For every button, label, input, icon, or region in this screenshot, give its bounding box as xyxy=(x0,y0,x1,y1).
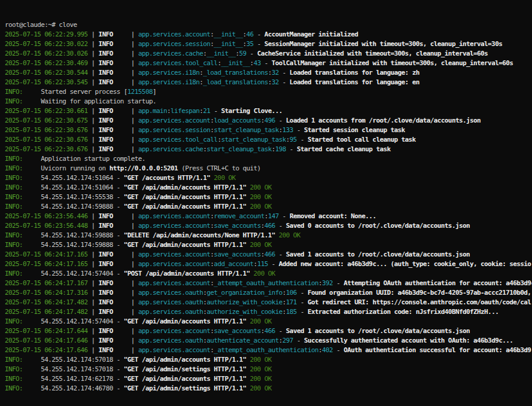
log-segment: Starting Clove... xyxy=(221,107,282,115)
log-segment: 2025-07-15 06:22:30.661 xyxy=(5,107,88,115)
log-segment: - xyxy=(279,212,290,220)
log-segment: authorize_with_cookie xyxy=(206,298,282,306)
log-segment: | xyxy=(88,212,99,220)
log-segment: - xyxy=(275,251,286,258)
log-segment: (Press CTRL+C to quit) xyxy=(178,164,261,172)
log-segment: 496 xyxy=(265,117,275,124)
log-line: 2025-07-15 06:23:56.446 | INFO | app.ser… xyxy=(5,212,532,221)
log-segment: | xyxy=(127,308,138,316)
log-segment: _load_translations xyxy=(203,69,267,77)
log-segment: ToolCallManager initialized with timeout… xyxy=(272,59,513,67)
log-segment: save_accounts xyxy=(214,251,260,258)
log-segment: - xyxy=(268,260,279,268)
log-segment: 1215508 xyxy=(127,88,153,96)
log-segment: | xyxy=(127,40,138,48)
log-segment: 54.255.142.174:57404 - xyxy=(23,318,124,325)
log-segment: Loaded translations for language: en xyxy=(290,78,419,86)
log-segment: Started session cleanup task xyxy=(304,126,405,134)
log-line: 2025-07-15 06:24:17.482 | INFO | app.ser… xyxy=(5,298,532,307)
log-segment: - xyxy=(254,40,265,48)
log-segment: 115 xyxy=(257,260,268,268)
log-segment: 35 xyxy=(247,40,254,48)
log-segment: Started server process [ xyxy=(23,88,127,96)
log-segment: | xyxy=(88,78,99,86)
log-segment: 171 xyxy=(286,298,297,306)
log-segment: | xyxy=(88,298,99,306)
log-line: INFO: Application startup complete. xyxy=(5,154,532,164)
log-segment: Started cache cleanup task xyxy=(297,145,391,153)
log-segment: | xyxy=(88,222,99,230)
log-segment: Waiting for application startup. xyxy=(23,97,156,105)
log-segment: save_accounts xyxy=(214,222,260,230)
terminal[interactable]: root@claude:~# clove2025-07-15 06:22:29.… xyxy=(0,0,532,405)
log-segment: SessionManager initialized with timeout=… xyxy=(265,40,503,48)
log-segment: app.services.cache xyxy=(138,50,203,57)
log-segment: 46 xyxy=(247,30,254,38)
log-segment: - xyxy=(247,50,257,57)
log-segment: INFO: xyxy=(5,318,23,325)
log-segment: 185 xyxy=(286,308,297,316)
log-segment: "GET /api/admin/settings HTTP/1.1" xyxy=(124,365,247,373)
log-segment: | xyxy=(127,279,138,287)
log-segment: | xyxy=(127,212,138,220)
log-segment: 54.255.142.174:57018 - xyxy=(23,365,124,373)
log-segment: load_accounts xyxy=(214,117,260,124)
log-segment: | xyxy=(88,145,99,153)
log-line: INFO: 54.255.142.174:55538 - "GET /api/a… xyxy=(5,193,532,202)
log-segment: 133 xyxy=(282,126,293,134)
log-segment: add_account xyxy=(214,260,253,268)
log-segment: INFO xyxy=(99,59,127,67)
log-segment: "GET /api/admin/accounts HTTP/1.1" xyxy=(124,318,247,325)
log-segment: - xyxy=(297,308,308,316)
log-line: 2025-07-15 06:24:17.165 | INFO | app.ser… xyxy=(5,260,532,269)
log-segment: root@claude:~# clove xyxy=(5,21,77,29)
log-segment: 297 xyxy=(282,337,293,344)
log-line: 2025-07-15 06:24:17.167 | INFO | app.ser… xyxy=(5,279,532,288)
log-segment: 2025-07-15 06:24:17.482 xyxy=(5,298,88,306)
log-segment: - xyxy=(210,107,221,115)
log-segment: INFO xyxy=(99,50,127,57)
log-segment: | xyxy=(88,279,99,287)
log-line: INFO: 54.255.142.174:57018 - "GET /api/a… xyxy=(5,355,532,365)
log-segment: "GET /api/admin/accounts HTTP/1.1" xyxy=(124,241,247,249)
log-segment: | xyxy=(127,69,138,77)
log-segment: | xyxy=(88,251,99,258)
log-segment: Got redirect URI: https://console.anthro… xyxy=(308,298,531,306)
log-line: INFO: 54.255.142.174:57018 - "GET /api/a… xyxy=(5,365,532,374)
log-segment: | xyxy=(127,260,138,268)
log-segment: app.services.i18n xyxy=(138,69,199,77)
log-segment: ] xyxy=(153,88,156,96)
log-segment: 2025-07-15 06:23:56.446 xyxy=(5,212,88,220)
log-segment: app.services.account xyxy=(138,222,210,230)
log-segment: 21 xyxy=(203,107,210,115)
log-segment: INFO: xyxy=(5,270,23,277)
log-segment: Loaded translations for language: zh xyxy=(290,69,419,77)
log-segment: start_cleanup_task xyxy=(221,136,285,144)
log-segment: 2025-07-15 06:22:30.022 xyxy=(5,40,88,48)
log-segment: __init__ xyxy=(214,30,242,38)
log-segment: "DELETE /api/admin/accounts/None HTTP/1.… xyxy=(124,231,275,239)
log-segment: 2025-07-15 06:22:30.544 xyxy=(5,69,88,77)
log-segment: - xyxy=(286,145,297,153)
log-segment: 54.255.142.174:59888 - xyxy=(23,203,124,210)
log-segment: INFO: xyxy=(5,231,23,239)
log-segment: INFO: xyxy=(5,375,23,383)
log-segment: - xyxy=(297,136,308,144)
log-segment: - xyxy=(293,126,304,134)
log-segment: app.main xyxy=(138,107,167,115)
log-line: INFO: 54.255.142.174:57404 - "GET /api/a… xyxy=(5,317,532,326)
log-segment: INFO xyxy=(99,346,127,354)
log-segment: - xyxy=(297,298,308,306)
log-segment: get_organization_info xyxy=(206,289,282,297)
log-line: INFO: 54.255.142.174:51064 - "GET /api/a… xyxy=(5,183,532,193)
log-line: 2025-07-15 06:24:17.644 | INFO | app.ser… xyxy=(5,326,532,336)
log-segment: 200 OK xyxy=(210,174,235,182)
log-line: 2025-07-15 06:22:30.675 | INFO | app.ser… xyxy=(5,116,532,126)
log-segment: 95 xyxy=(290,136,297,144)
log-segment: | xyxy=(127,136,138,144)
log-segment: - xyxy=(275,117,286,124)
log-segment: Application startup complete. xyxy=(23,155,145,163)
log-segment: | xyxy=(88,260,99,268)
log-segment: 106 xyxy=(286,289,297,297)
log-segment: 54.255.142.174:57018 - xyxy=(23,356,124,364)
